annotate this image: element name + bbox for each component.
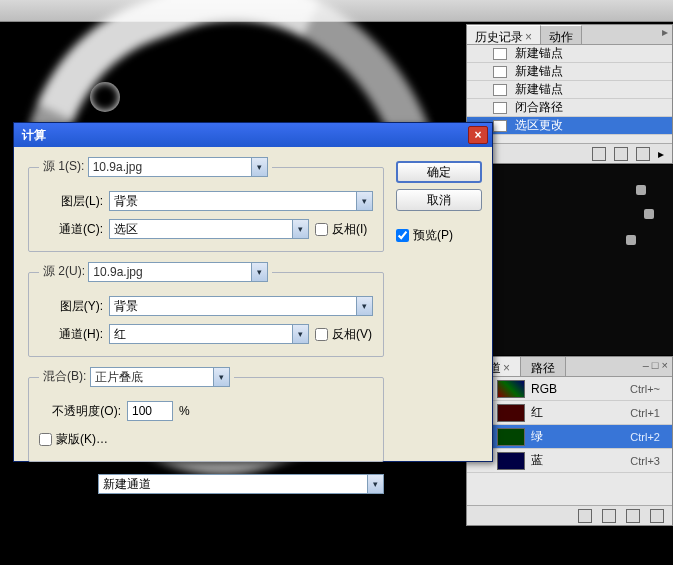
tab-history[interactable]: 历史记录× — [467, 25, 541, 44]
opacity-label: 不透明度(O): — [39, 403, 121, 420]
panel-window-controls[interactable]: – □ × — [566, 357, 672, 376]
history-item[interactable]: 闭合路径 — [467, 99, 672, 117]
history-step-icon — [493, 102, 507, 114]
chevron-down-icon: ▾ — [251, 263, 267, 281]
chevron-down-icon: ▾ — [356, 297, 372, 315]
chevron-down-icon: ▾ — [292, 220, 308, 238]
chevron-down-icon: ▾ — [356, 192, 372, 210]
close-icon[interactable]: × — [525, 30, 532, 44]
source2-channel-combo[interactable]: 红▾ — [109, 324, 309, 344]
canvas-visible-right — [466, 165, 673, 355]
cancel-button[interactable]: 取消 — [396, 189, 482, 211]
opacity-input[interactable] — [127, 401, 173, 421]
load-selection-icon[interactable] — [578, 509, 592, 523]
channel-thumb-icon — [497, 404, 525, 422]
blend-mode-combo[interactable]: 正片叠底▾ — [90, 367, 230, 387]
source2-file-combo[interactable]: 10.9a.jpg▾ — [88, 262, 268, 282]
combo-value: 新建通道 — [99, 476, 367, 493]
channel-shortcut: Ctrl+1 — [630, 407, 666, 419]
trash-icon[interactable] — [650, 509, 664, 523]
combo-value: 选区 — [110, 221, 292, 238]
channel-row[interactable]: 红 Ctrl+1 — [467, 401, 672, 425]
combo-value: 背景 — [110, 193, 356, 210]
chevron-down-icon: ▾ — [292, 325, 308, 343]
source1-channel-combo[interactable]: 选区▾ — [109, 219, 309, 239]
history-item[interactable]: 新建锚点 — [467, 81, 672, 99]
chevron-down-icon: ▾ — [213, 368, 229, 386]
source1-invert-checkbox[interactable]: 反相(I) — [315, 221, 367, 238]
channel-row[interactable]: RGB Ctrl+~ — [467, 377, 672, 401]
source1-layer-combo[interactable]: 背景▾ — [109, 191, 373, 211]
panel-menu-icon[interactable]: ▸ — [582, 25, 672, 44]
new-snapshot-icon[interactable] — [592, 147, 606, 161]
dialog-title: 计算 — [22, 127, 468, 144]
channel-row[interactable]: 蓝 Ctrl+3 — [467, 449, 672, 473]
preview-checkbox[interactable]: 预览(P) — [396, 227, 482, 244]
chevron-down-icon: ▾ — [251, 158, 267, 176]
mask-label: 蒙版(K)… — [56, 431, 108, 448]
tab-history-label: 历史记录 — [475, 30, 523, 44]
source2-group: 源 2(U): 10.9a.jpg▾ 图层(Y): 背景▾ 通道(H): 红▾ … — [28, 262, 384, 357]
ok-button[interactable]: 确定 — [396, 161, 482, 183]
save-selection-icon[interactable] — [602, 509, 616, 523]
combo-value: 红 — [110, 326, 292, 343]
invert-label: 反相(I) — [332, 221, 367, 238]
channel-label: 通道(H): — [39, 326, 103, 343]
blend-label: 混合(B): — [43, 369, 86, 383]
combo-value: 10.9a.jpg — [89, 160, 251, 174]
channel-name: RGB — [531, 382, 624, 396]
source1-legend: 源 1(S): — [43, 159, 84, 173]
history-item-label: 闭合路径 — [515, 99, 563, 116]
trash-icon[interactable] — [636, 147, 650, 161]
channels-footer — [467, 505, 672, 525]
result-label: 结果(R): — [28, 476, 92, 493]
history-item[interactable]: 新建锚点 — [467, 63, 672, 81]
source1-group: 源 1(S): 10.9a.jpg▾ 图层(L): 背景▾ 通道(C): 选区▾… — [28, 157, 384, 252]
layer-label: 图层(L): — [39, 193, 103, 210]
tab-paths[interactable]: 路径 — [521, 357, 566, 376]
history-step-icon — [493, 120, 507, 132]
panel-menu-icon[interactable]: ▸ — [658, 147, 664, 161]
history-item-label: 选区更改 — [515, 117, 563, 134]
mask-checkbox[interactable]: 蒙版(K)… — [39, 431, 108, 448]
tab-actions[interactable]: 动作 — [541, 25, 582, 44]
history-item-label: 新建锚点 — [515, 63, 563, 80]
channel-shortcut: Ctrl+3 — [630, 455, 666, 467]
source1-file-combo[interactable]: 10.9a.jpg▾ — [88, 157, 268, 177]
new-doc-icon[interactable] — [614, 147, 628, 161]
history-panel: 历史记录× 动作 ▸ 新建锚点 新建锚点 新建锚点 闭合路径 选区更改 ▸ — [466, 24, 673, 164]
combo-value: 背景 — [110, 298, 356, 315]
result-combo[interactable]: 新建通道▾ — [98, 474, 384, 494]
channel-thumb-icon — [497, 428, 525, 446]
channel-shortcut: Ctrl+2 — [630, 431, 666, 443]
history-item[interactable]: 新建锚点 — [467, 45, 672, 63]
invert-label: 反相(V) — [332, 326, 372, 343]
source2-legend: 源 2(U): — [43, 264, 85, 278]
channel-name: 绿 — [531, 428, 624, 445]
dialog-titlebar[interactable]: 计算 × — [14, 123, 492, 147]
history-list: 新建锚点 新建锚点 新建锚点 闭合路径 选区更改 — [467, 45, 672, 135]
source2-invert-checkbox[interactable]: 反相(V) — [315, 326, 372, 343]
history-item[interactable]: 选区更改 — [467, 117, 672, 135]
layer-label: 图层(Y): — [39, 298, 103, 315]
channels-panel: 通道× 路径 – □ × RGB Ctrl+~ 红 Ctrl+1 👁 绿 Ctr… — [466, 356, 673, 526]
percent-label: % — [179, 404, 190, 418]
history-item-label: 新建锚点 — [515, 45, 563, 62]
history-step-icon — [493, 84, 507, 96]
channel-name: 蓝 — [531, 452, 624, 469]
channel-row[interactable]: 👁 绿 Ctrl+2 — [467, 425, 672, 449]
channel-thumb-icon — [497, 380, 525, 398]
source2-layer-combo[interactable]: 背景▾ — [109, 296, 373, 316]
new-channel-icon[interactable] — [626, 509, 640, 523]
close-icon[interactable]: × — [503, 361, 510, 375]
combo-value: 正片叠底 — [91, 369, 213, 386]
channel-thumb-icon — [497, 452, 525, 470]
channel-name: 红 — [531, 404, 624, 421]
channel-shortcut: Ctrl+~ — [630, 383, 666, 395]
channel-label: 通道(C): — [39, 221, 103, 238]
blend-group: 混合(B): 正片叠底▾ 不透明度(O): % 蒙版(K)… — [28, 367, 384, 462]
close-icon[interactable]: × — [468, 126, 488, 144]
combo-value: 10.9a.jpg — [89, 265, 251, 279]
history-item-label: 新建锚点 — [515, 81, 563, 98]
history-step-icon — [493, 66, 507, 78]
